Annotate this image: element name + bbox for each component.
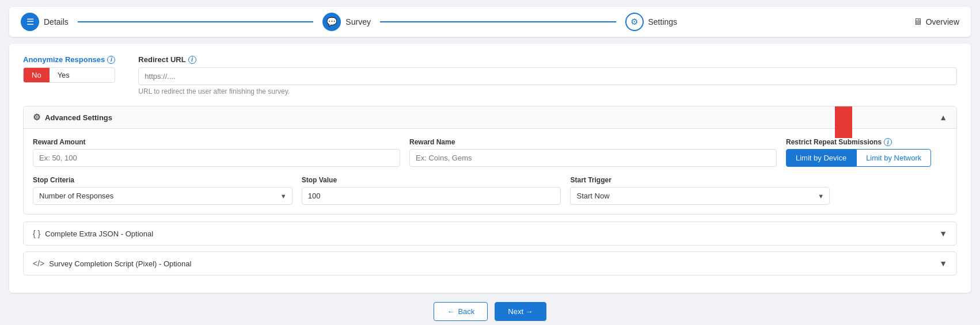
start-trigger-label: Start Trigger	[570, 176, 830, 184]
details-icon: ☰	[21, 13, 39, 31]
redirect-info-icon[interactable]: i	[188, 56, 196, 64]
main-card: Anonymize Responses i No Yes Redirect UR…	[9, 44, 971, 293]
step-settings[interactable]: ⚙ Settings	[625, 13, 678, 31]
anonymize-toggle[interactable]: No Yes	[23, 67, 115, 83]
anonymize-yes-button[interactable]: Yes	[50, 68, 78, 82]
restrict-buttons: Limit by Device Limit by Network	[786, 149, 947, 167]
start-trigger-select-wrapper: Start Now Scheduled Date ▼	[570, 187, 830, 205]
json-header[interactable]: { } Complete Extra JSON - Optional ▼	[24, 222, 956, 245]
json-chevron-icon: ▼	[939, 229, 947, 238]
stop-value-label: Stop Value	[302, 176, 561, 184]
advanced-header-label: Advanced Settings	[45, 113, 112, 122]
anonymize-no-button[interactable]: No	[24, 68, 50, 82]
pixel-header[interactable]: </> Survey Completion Script (Pixel) - O…	[24, 252, 956, 275]
reward-amount-group: Reward Amount	[33, 138, 400, 167]
settings-icon: ⚙	[625, 13, 644, 31]
anonymize-label: Anonymize Responses i	[23, 55, 115, 64]
stop-value-group: Stop Value	[302, 176, 561, 205]
stop-criteria-select-wrapper: Number of Responses Date Never ▼	[33, 187, 293, 205]
advanced-header-left: ⚙ Advanced Settings	[33, 112, 112, 123]
top-section: Anonymize Responses i No Yes Redirect UR…	[23, 55, 957, 95]
pixel-chevron-icon: ▼	[939, 259, 947, 268]
restrict-info-icon[interactable]: i	[884, 138, 892, 146]
criteria-row: Stop Criteria Number of Responses Date N…	[33, 176, 947, 205]
redirect-label: Redirect URL i	[138, 55, 957, 64]
advanced-header[interactable]: ⚙ Advanced Settings ▲	[24, 106, 956, 129]
reward-name-group: Reward Name	[409, 138, 777, 167]
bottom-navigation: ← Back Next →	[9, 302, 971, 321]
pixel-icon: </>	[33, 259, 44, 268]
start-trigger-select[interactable]: Start Now Scheduled Date	[570, 187, 830, 205]
top-navigation: ☰ Details 💬 Survey ⚙ Settings 🖥 Overview	[9, 7, 971, 37]
redirect-input[interactable]	[138, 67, 957, 85]
survey-icon: 💬	[322, 13, 341, 31]
reward-name-input[interactable]	[409, 149, 777, 167]
limit-device-button[interactable]: Limit by Device	[786, 149, 856, 167]
back-button[interactable]: ← Back	[434, 302, 488, 321]
next-label: Next →	[508, 307, 533, 316]
stop-value-input[interactable]	[302, 187, 561, 205]
pixel-section: </> Survey Completion Script (Pixel) - O…	[23, 251, 957, 276]
restrict-group: Restrict Repeat Submissions i Limit by D…	[786, 138, 947, 167]
anonymize-group: Anonymize Responses i No Yes	[23, 55, 115, 83]
advanced-gear-icon: ⚙	[33, 112, 40, 123]
step-survey[interactable]: 💬 Survey	[322, 13, 371, 31]
redirect-hint: URL to redirect the user after finishing…	[138, 87, 957, 95]
next-button[interactable]: Next →	[495, 302, 546, 321]
json-label: Complete Extra JSON - Optional	[45, 230, 153, 238]
reward-amount-label: Reward Amount	[33, 138, 400, 146]
advanced-chevron-icon: ▲	[939, 113, 947, 122]
advanced-settings-section: ⚙ Advanced Settings ▲ Reward Amount Rewa…	[23, 106, 957, 215]
overview-icon: 🖥	[913, 17, 922, 27]
stop-criteria-select[interactable]: Number of Responses Date Never	[33, 187, 293, 205]
json-header-left: { } Complete Extra JSON - Optional	[33, 229, 153, 238]
start-trigger-group: Start Trigger Start Now Scheduled Date ▼	[570, 176, 830, 205]
survey-label: Survey	[345, 17, 371, 26]
pixel-label: Survey Completion Script (Pixel) - Optio…	[49, 259, 191, 268]
advanced-body: Reward Amount Reward Name Restrict Repea…	[24, 129, 956, 214]
restrict-label: Restrict Repeat Submissions i	[786, 138, 947, 146]
details-label: Details	[44, 17, 69, 26]
overview-label: Overview	[926, 17, 959, 26]
json-section: { } Complete Extra JSON - Optional ▼	[23, 221, 957, 246]
back-arrow-icon: ←	[447, 307, 454, 316]
stop-criteria-label: Stop Criteria	[33, 176, 293, 184]
pixel-header-left: </> Survey Completion Script (Pixel) - O…	[33, 259, 191, 268]
back-label: Back	[458, 307, 474, 316]
overview-link[interactable]: 🖥 Overview	[913, 17, 959, 27]
json-icon: { }	[33, 229, 40, 238]
step-details[interactable]: ☰ Details	[21, 13, 69, 31]
reward-name-label: Reward Name	[409, 138, 777, 146]
stop-criteria-group: Stop Criteria Number of Responses Date N…	[33, 176, 293, 205]
reward-row: Reward Amount Reward Name Restrict Repea…	[33, 138, 947, 167]
reward-amount-input[interactable]	[33, 149, 400, 167]
nav-line-2	[380, 21, 616, 22]
settings-label: Settings	[648, 17, 678, 26]
redirect-group: Redirect URL i URL to redirect the user …	[138, 55, 957, 95]
anonymize-info-icon[interactable]: i	[107, 56, 115, 64]
nav-line-1	[78, 21, 314, 22]
limit-network-button[interactable]: Limit by Network	[856, 149, 931, 167]
